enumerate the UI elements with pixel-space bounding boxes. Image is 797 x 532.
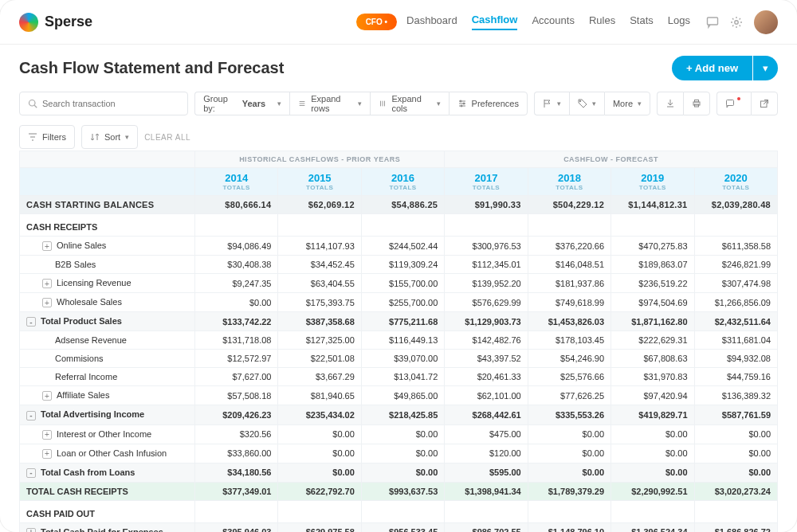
preferences-button[interactable]: Preferences: [449, 92, 528, 115]
nav-dashboard[interactable]: Dashboard: [406, 14, 457, 29]
external-link-icon: [760, 99, 769, 108]
value-cell: $576,629.99: [445, 293, 528, 312]
value-cell: $189,863.07: [611, 256, 694, 274]
group-by-button[interactable]: Group by: Years ▾: [194, 92, 289, 115]
nav-stats[interactable]: Stats: [630, 14, 654, 29]
value-cell: $91,990.33: [445, 196, 528, 214]
chat-icon[interactable]: [706, 16, 719, 29]
expand-toggle-icon[interactable]: -: [26, 468, 36, 478]
value-cell: $31,970.83: [611, 368, 694, 386]
value-cell: $9,247.35: [195, 274, 278, 293]
value-cell: $1,266,856.09: [694, 293, 777, 312]
row-label[interactable]: -Total Advertising Income: [20, 405, 195, 424]
notification-dot: [737, 97, 740, 100]
value-cell: $1,129,903.73: [445, 312, 528, 331]
row-label[interactable]: +Total Cash Paid for Expenses: [20, 522, 195, 532]
nav-accounts[interactable]: Accounts: [532, 14, 574, 29]
value-cell: $1,453,826.03: [528, 312, 611, 331]
value-cell: $209,426.23: [195, 405, 278, 424]
value-cell: $246,821.99: [694, 256, 777, 274]
table-row: TOTAL CASH RECEIPTS$377,349.01$622,792.7…: [20, 482, 778, 500]
year-header[interactable]: 2016TOTALS: [361, 168, 444, 196]
table-row: +Loan or Other Cash Infusion$33,860.00$0…: [20, 444, 778, 463]
print-button[interactable]: [683, 92, 710, 115]
svg-point-4: [463, 103, 465, 104]
expand-cols-button[interactable]: Expand cols▾: [370, 92, 448, 115]
row-label: CASH RECEIPTS: [20, 214, 195, 237]
expand-toggle-icon[interactable]: +: [42, 279, 52, 288]
flag-button[interactable]: ▾: [534, 92, 569, 115]
sort-button[interactable]: Sort▾: [81, 125, 138, 149]
expand-toggle-icon[interactable]: -: [26, 317, 36, 327]
value-cell: $44,759.16: [694, 368, 777, 386]
row-label[interactable]: +Online Sales: [20, 237, 195, 256]
expand-toggle-icon[interactable]: +: [42, 391, 52, 401]
year-header[interactable]: 2017TOTALS: [445, 168, 528, 196]
nav-cashflow[interactable]: Cashflow: [472, 14, 518, 30]
value-cell: $470,275.83: [611, 237, 694, 256]
nav-rules[interactable]: Rules: [589, 14, 615, 29]
value-cell: $993,637.53: [361, 482, 444, 500]
value-cell: $57,508.18: [195, 386, 278, 405]
year-header[interactable]: 2019TOTALS: [611, 168, 694, 196]
row-label[interactable]: +Licensing Revenue: [20, 274, 195, 293]
year-header[interactable]: 2020TOTALS: [694, 168, 777, 196]
row-label[interactable]: +Loan or Other Cash Infusion: [20, 444, 195, 463]
value-cell: $25,576.66: [528, 368, 611, 386]
add-new-button[interactable]: + Add new: [672, 56, 752, 80]
more-button[interactable]: More▾: [604, 92, 650, 115]
print-icon: [692, 99, 701, 108]
expand-toggle-icon[interactable]: +: [42, 298, 52, 307]
value-cell: $7,627.00: [195, 368, 278, 386]
value-cell: $2,432,511.64: [694, 312, 777, 331]
svg-point-5: [461, 105, 462, 107]
row-label[interactable]: -Total Cash from Loans: [20, 463, 195, 482]
expand-toggle-icon[interactable]: +: [26, 528, 36, 532]
row-label[interactable]: -Total Product Sales: [20, 312, 195, 331]
row-label[interactable]: +Interest or Other Income: [20, 424, 195, 444]
share-button[interactable]: [751, 92, 778, 115]
gear-icon[interactable]: [730, 16, 743, 29]
value-cell: $775,211.68: [361, 312, 444, 331]
svg-rect-8: [695, 100, 699, 103]
search-input-wrap[interactable]: [19, 92, 188, 115]
year-header[interactable]: 2015TOTALS: [278, 168, 361, 196]
table-row: CASH RECEIPTS: [20, 214, 778, 237]
expand-toggle-icon[interactable]: -: [26, 411, 36, 421]
download-button[interactable]: [657, 92, 683, 115]
value-cell: $0.00: [528, 424, 611, 444]
value-cell: $475.00: [445, 424, 528, 444]
cfo-badge[interactable]: CFO •: [356, 14, 397, 30]
expand-toggle-icon[interactable]: +: [42, 449, 52, 459]
value-cell: $595.00: [445, 463, 528, 482]
avatar[interactable]: [754, 10, 778, 34]
table-row: Adsense Revenue$131,718.08$127,325.00$11…: [20, 331, 778, 350]
note-button[interactable]: [717, 92, 751, 115]
filters-button[interactable]: Filters: [19, 125, 75, 149]
add-new-dropdown[interactable]: ▾: [753, 56, 778, 80]
search-input[interactable]: [42, 99, 179, 108]
expand-rows-button[interactable]: Expand rows▾: [289, 92, 370, 115]
svg-rect-0: [708, 18, 718, 25]
value-cell: $178,103.45: [528, 331, 611, 350]
year-header[interactable]: 2014TOTALS: [195, 168, 278, 196]
value-cell: $307,474.98: [694, 274, 777, 293]
clear-all-link[interactable]: CLEAR ALL: [144, 133, 190, 142]
download-icon: [665, 99, 675, 108]
value-cell: $0.00: [694, 444, 777, 463]
logo[interactable]: Sperse: [19, 13, 92, 32]
row-label[interactable]: +Wholesale Sales: [20, 293, 195, 312]
value-cell: $0.00: [694, 424, 777, 444]
value-cell: $1,789,379.29: [528, 482, 611, 500]
value-cell: $376,220.66: [528, 237, 611, 256]
value-cell: $20,461.33: [445, 368, 528, 386]
value-cell: $67,808.63: [611, 350, 694, 368]
tag-button[interactable]: ▾: [569, 92, 604, 115]
expand-toggle-icon[interactable]: +: [42, 241, 52, 251]
expand-toggle-icon[interactable]: +: [42, 430, 52, 440]
nav-logs[interactable]: Logs: [668, 14, 690, 29]
value-cell: $1,398,941.34: [445, 482, 528, 500]
row-label[interactable]: +Affiliate Sales: [20, 386, 195, 405]
year-header[interactable]: 2018TOTALS: [528, 168, 611, 196]
value-cell: $97,420.94: [611, 386, 694, 405]
